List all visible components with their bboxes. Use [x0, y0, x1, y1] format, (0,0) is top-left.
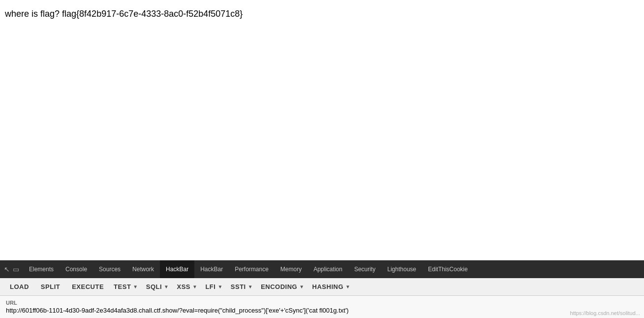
tab-lighthouse[interactable]: Lighthouse: [381, 260, 422, 278]
sqli-dropdown[interactable]: SQLI ▼: [142, 281, 173, 292]
test-label: TEST: [114, 283, 131, 290]
encoding-arrow: ▼: [299, 284, 304, 289]
encoding-dropdown[interactable]: ENCODING ▼: [257, 281, 308, 292]
hashing-label: HASHING: [312, 283, 343, 290]
execute-button[interactable]: EXECUTE: [66, 281, 110, 292]
test-dropdown[interactable]: TEST ▼: [110, 281, 142, 292]
test-arrow: ▼: [133, 284, 138, 289]
tab-performance[interactable]: Performance: [229, 260, 275, 278]
flag-text: where is flag? flag{8f42b917-6c7e-4333-8…: [5, 9, 243, 19]
lfi-arrow: ▼: [217, 284, 222, 289]
url-value[interactable]: http://601ff06b-1101-4d30-9adf-2e34d4afa…: [6, 307, 638, 314]
xss-arrow: ▼: [192, 284, 197, 289]
ssti-dropdown[interactable]: SSTI ▼: [227, 281, 257, 292]
encoding-label: ENCODING: [261, 283, 297, 290]
hashing-dropdown[interactable]: HASHING ▼: [308, 281, 355, 292]
ssti-arrow: ▼: [248, 284, 253, 289]
devtools-panel: ↖ ▭ Elements Console Sources Network Hac…: [0, 260, 644, 318]
tab-console[interactable]: Console: [60, 260, 93, 278]
sqli-arrow: ▼: [164, 284, 169, 289]
lfi-dropdown[interactable]: LFI ▼: [201, 281, 226, 292]
ssti-label: SSTI: [231, 283, 246, 290]
tab-sources[interactable]: Sources: [93, 260, 126, 278]
url-section: URL http://601ff06b-1101-4d30-9adf-2e34d…: [0, 296, 644, 318]
load-button[interactable]: LOAD: [4, 281, 35, 292]
tab-elements[interactable]: Elements: [23, 260, 60, 278]
watermark: https://blog.csdn.net/solitud...: [570, 310, 640, 316]
tab-security[interactable]: Security: [348, 260, 381, 278]
xss-dropdown[interactable]: XSS ▼: [173, 281, 201, 292]
devtools-icons: ↖ ▭: [0, 260, 23, 278]
hashing-arrow: ▼: [345, 284, 350, 289]
hackbar-toolbar: LOAD SPLIT EXECUTE TEST ▼ SQLI ▼ XSS ▼ L…: [0, 278, 644, 296]
tab-hackbar2[interactable]: HackBar: [194, 260, 229, 278]
inspect-icon[interactable]: ↖: [4, 265, 10, 273]
split-button[interactable]: SPLIT: [35, 281, 66, 292]
tab-hackbar-active[interactable]: HackBar: [160, 260, 194, 278]
tab-editthiscookie[interactable]: EditThisCookie: [422, 260, 474, 278]
device-icon[interactable]: ▭: [13, 265, 19, 273]
sqli-label: SQLI: [146, 283, 162, 290]
tab-memory[interactable]: Memory: [275, 260, 307, 278]
tab-application[interactable]: Application: [307, 260, 348, 278]
main-content: where is flag? flag{8f42b917-6c7e-4333-8…: [0, 0, 644, 260]
tab-network[interactable]: Network: [126, 260, 160, 278]
xss-label: XSS: [177, 283, 190, 290]
lfi-label: LFI: [205, 283, 215, 290]
url-label: URL: [6, 300, 638, 306]
devtools-tabs: ↖ ▭ Elements Console Sources Network Hac…: [0, 260, 644, 278]
